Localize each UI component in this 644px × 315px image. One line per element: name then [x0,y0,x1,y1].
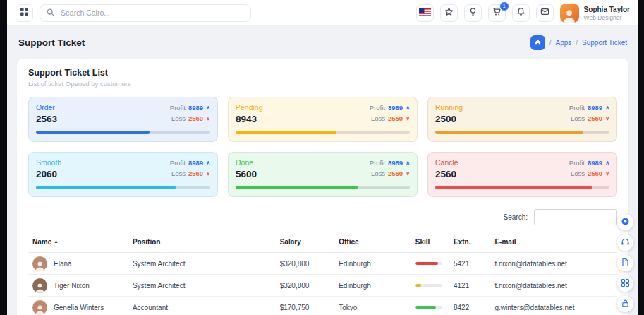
cell-extn: 8422 [449,297,490,315]
cell-position: System Architect [128,253,276,275]
cell-extn: 5421 [449,253,490,275]
header-skill[interactable]: Skill [411,232,449,253]
progress-track [435,131,609,134]
stat-card-pending: Pending 8943 Profit8989∧ Loss2560∨ [228,97,418,142]
loss-value: 2560 [388,114,403,124]
cell-office: Tokyo [334,297,411,315]
user-menu[interactable]: Sophia Taylor Web Designer [560,4,630,23]
skill-track [415,306,442,309]
caret-up-icon: ∧ [605,104,609,112]
settings-icon [621,216,630,229]
profit-value: 8989 [588,103,602,114]
caret-up-icon: ∧ [206,104,210,112]
loss-label: Loss [371,114,385,124]
widgets-fab[interactable] [617,275,633,292]
loss-label: Loss [371,169,385,179]
loss-label: Loss [571,169,585,179]
row-avatar [32,278,47,293]
loss-label: Loss [171,169,186,179]
cell-name: Elana [54,260,72,268]
lightbulb-icon [468,6,478,19]
caret-down-icon: ∨ [605,170,609,178]
support-fab[interactable] [617,234,633,251]
stat-label: Running [435,103,463,112]
headset-icon [621,237,630,249]
document-icon [621,257,630,270]
user-name: Sophia Taylor [584,5,630,14]
header-email[interactable]: E-mail [490,232,617,253]
stat-card-order: Order 2563 Profit8989∧ Loss2560∨ [28,97,218,142]
row-avatar [32,300,47,315]
settings-fab[interactable] [617,214,633,230]
cell-salary: $320,800 [276,275,335,297]
stat-card-running: Running 2500 Profit8989∧ Loss2560∨ [427,97,617,142]
header-salary[interactable]: Salary [276,232,335,253]
table-search-input[interactable] [534,209,617,225]
panel-subtitle: List of ticket Opened by customers [28,80,617,88]
skill-fill [415,262,438,265]
lock-fab[interactable] [617,296,633,312]
progress-fill [236,186,358,189]
cell-position: Accountant [128,297,276,315]
loss-value: 2560 [188,169,203,179]
skill-fill [415,284,421,287]
messages-button[interactable] [536,4,554,22]
caret-down-icon: ∨ [605,114,609,123]
apps-grid-button[interactable] [16,4,33,22]
table-row: Elana System Architect $320,800 Edinburg… [28,253,617,275]
table-search-label: Search: [504,213,528,221]
stat-card-smooth: Smooth 2060 Profit8989∧ Loss2560∨ [28,152,218,197]
table-header-row: Name▲ Position Salary Office Skill Extn.… [28,232,617,253]
header-position[interactable]: Position [128,232,276,253]
profit-label: Profit [569,103,585,114]
user-avatar [560,4,579,23]
language-button[interactable] [416,4,434,22]
cell-office: Edinburgh [334,253,411,275]
loss-label: Loss [171,114,186,124]
cell-email: t.nixon@datatables.net [490,275,617,297]
cart-badge: 1 [499,1,509,11]
table-search-row: Search: [28,209,617,225]
theme-button[interactable] [464,4,482,22]
loss-value: 2560 [188,114,203,124]
cart-button[interactable]: 1 [488,4,506,22]
user-info: Sophia Taylor Web Designer [584,5,630,21]
page-header: Support Ticket / Apps / Support Ticket [7,26,638,57]
usa-flag-icon [419,6,431,19]
cell-position: System Architect [128,275,276,297]
header-extn[interactable]: Extn. [449,232,490,253]
support-ticket-panel: Support Ticket List List of ticket Opene… [17,59,628,315]
lock-icon [621,298,630,311]
loss-value: 2560 [588,114,602,124]
progress-track [236,186,410,189]
floating-toolbar [617,214,633,312]
star-icon [444,6,454,19]
tickets-table: Name▲ Position Salary Office Skill Extn.… [28,232,617,315]
table-row: Genelia Winters Accountant $170,750 Toky… [28,297,617,315]
progress-track [36,131,210,134]
breadcrumb-home-button[interactable] [530,35,545,50]
header-name[interactable]: Name▲ [28,232,128,253]
caret-down-icon: ∨ [406,114,410,123]
cell-salary: $320,800 [276,253,335,275]
profit-label: Profit [170,103,186,114]
progress-fill [435,186,592,189]
notifications-button[interactable] [512,4,530,22]
cell-name: Genelia Winters [54,304,104,311]
docs-fab[interactable] [617,255,633,271]
stat-label: Pending [236,103,263,112]
cell-office: Edinburgh [334,275,411,297]
breadcrumb-apps-link[interactable]: Apps [556,39,572,47]
profit-label: Profit [370,158,385,169]
stat-value: 2563 [36,114,57,124]
cell-extn: 4121 [449,275,490,297]
favorites-button[interactable] [440,4,458,22]
caret-up-icon: ∧ [406,104,410,112]
progress-track [36,186,210,189]
progress-fill [36,131,150,134]
global-search-input[interactable] [59,8,244,18]
table-row: Tiger Nixon System Architect $320,800 Ed… [28,275,617,297]
caret-up-icon: ∧ [206,159,210,167]
stat-value: 2500 [435,114,463,124]
header-office[interactable]: Office [334,232,411,253]
